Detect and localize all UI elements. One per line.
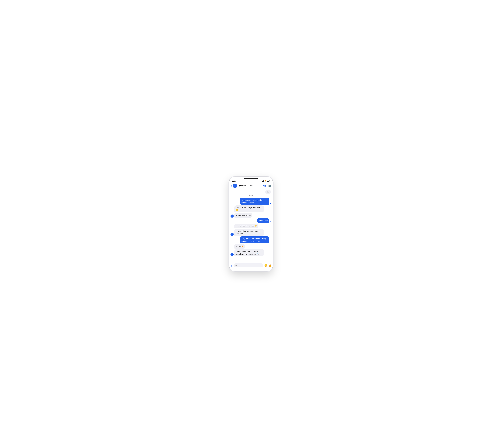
message-check-icon: ✓: [270, 220, 271, 223]
bot-avatar-header: b: [233, 184, 237, 188]
phone-wrapper: 9:41 📶 ‹ b: [0, 172, 502, 276]
bot-avatar-small: b: [231, 233, 234, 236]
prev-message-stub: Hi...: [265, 190, 271, 194]
call-button[interactable]: ☎: [263, 185, 266, 187]
message-input[interactable]: [234, 263, 263, 267]
header-actions: ☎ 📹: [263, 185, 271, 187]
like-button[interactable]: 👍: [268, 264, 271, 267]
time-divider: 09:40: [231, 195, 271, 197]
message-row: Great! Let me help you with that 🙂: [231, 205, 271, 212]
battery-icon: [267, 180, 270, 182]
message-row: Hi...: [231, 190, 271, 194]
message-check-icon: ✓: [270, 202, 271, 204]
input-area: ❯ 😊 👍: [229, 262, 273, 269]
bot-message-bubble: Please, attach your CV, so we could lear…: [234, 249, 264, 256]
header-sub: Messenger: [238, 186, 252, 188]
back-button[interactable]: ‹: [231, 184, 232, 188]
user-message-bubble: Adam Smith: [257, 218, 269, 223]
bot-message-bubble: Super! 🔥: [234, 244, 245, 249]
chat-header: ‹ b BotsCrew HR Bot Messenger ☎ 📹: [229, 183, 273, 189]
battery-fill: [267, 181, 269, 182]
bot-avatar-small: b: [231, 253, 234, 256]
bot-message-bubble: What is your name?: [234, 213, 252, 218]
expand-button[interactable]: ❯: [231, 264, 232, 267]
status-bar: 9:41 📶: [232, 180, 270, 183]
header-left: ‹ b BotsCrew HR Bot Messenger: [231, 184, 252, 188]
signal-bars-icon: [262, 180, 264, 182]
home-indicator: [244, 270, 258, 270]
bot-message-bubble: Great! Let me help you with that 🙂: [234, 205, 264, 212]
notch-pill: [244, 178, 258, 179]
message-row: b Have you had any experience in Marketi…: [231, 229, 271, 236]
user-message-bubble: I want to apply for Marketing Manager po…: [240, 198, 269, 205]
status-time: 9:41: [232, 180, 236, 182]
message-check-icon: ✓: [270, 241, 271, 243]
emoji-button[interactable]: 😊: [264, 264, 267, 267]
message-row: Adam Smith ✓: [231, 218, 271, 223]
home-indicator-bar: [229, 269, 273, 271]
notch-bar: 9:41 📶: [229, 177, 273, 183]
bot-avatar-small: b: [231, 214, 234, 218]
message-row: Nice to meet you, Adam! 👋: [231, 224, 271, 228]
header-info: BotsCrew HR Bot Messenger: [238, 184, 252, 188]
bot-message-bubble: Have you had any experience in Marketing…: [234, 229, 264, 236]
bot-message-bubble: Nice to meet you, Adam! 👋: [234, 224, 258, 228]
phone-device: 9:41 📶 ‹ b: [229, 177, 273, 271]
messages-area: Hi... 09:40 I want to apply for Marketin…: [229, 189, 273, 262]
wifi-icon: 📶: [265, 180, 266, 182]
status-icons: 📶: [262, 180, 270, 182]
video-button[interactable]: 📹: [268, 185, 271, 187]
message-row: Yes, I have worked as Marketing Manager …: [231, 237, 271, 243]
header-bot-name: BotsCrew HR Bot: [238, 184, 252, 186]
message-row: Super! 🔥: [231, 244, 271, 249]
message-row: b Please, attach your CV, so we could le…: [231, 249, 271, 256]
message-row: b What is your name?: [231, 213, 271, 218]
message-row: I want to apply for Marketing Manager po…: [231, 198, 271, 205]
user-message-bubble: Yes, I have worked as Marketing Manager …: [240, 237, 269, 243]
